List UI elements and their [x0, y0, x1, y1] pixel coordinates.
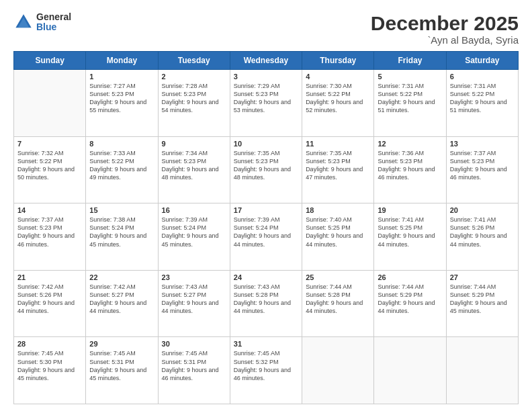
weekday-monday: Monday [86, 52, 158, 70]
day-number: 31 [234, 340, 298, 348]
logo-icon [13, 12, 34, 32]
cell-info: Sunrise: 7:44 AMSunset: 5:28 PMDaylight:… [306, 283, 370, 316]
logo-blue: Blue [36, 22, 71, 32]
calendar-cell [446, 337, 518, 404]
cell-info: Sunrise: 7:27 AMSunset: 5:23 PMDaylight:… [89, 82, 154, 115]
calendar-cell: 18 Sunrise: 7:40 AMSunset: 5:25 PMDaylig… [302, 203, 374, 271]
day-number: 11 [306, 140, 370, 148]
day-number: 25 [306, 273, 370, 281]
weekday-friday: Friday [374, 52, 446, 70]
day-number: 4 [306, 73, 370, 81]
week-row-1: 1 Sunrise: 7:27 AMSunset: 5:23 PMDayligh… [14, 70, 519, 137]
day-number: 26 [378, 273, 442, 281]
day-number: 22 [89, 273, 154, 281]
day-number: 29 [89, 340, 154, 348]
cell-info: Sunrise: 7:42 AMSunset: 5:27 PMDaylight:… [89, 283, 154, 316]
cell-info: Sunrise: 7:39 AMSunset: 5:24 PMDaylight:… [162, 216, 226, 248]
calendar-table: SundayMondayTuesdayWednesdayThursdayFrid… [13, 51, 519, 404]
month-title: December 2025 [371, 12, 519, 34]
calendar-cell: 1 Sunrise: 7:27 AMSunset: 5:23 PMDayligh… [86, 70, 158, 137]
calendar-cell: 13 Sunrise: 7:37 AMSunset: 5:23 PMDaylig… [446, 136, 518, 203]
cell-info: Sunrise: 7:35 AMSunset: 5:23 PMDaylight:… [306, 149, 370, 182]
cell-info: Sunrise: 7:38 AMSunset: 5:24 PMDaylight:… [89, 216, 154, 248]
day-number: 5 [378, 73, 442, 81]
calendar-cell: 31 Sunrise: 7:45 AMSunset: 5:32 PMDaylig… [230, 337, 302, 404]
cell-info: Sunrise: 7:36 AMSunset: 5:23 PMDaylight:… [378, 149, 442, 182]
day-number: 16 [162, 206, 226, 214]
logo-text: General Blue [36, 12, 71, 33]
cell-info: Sunrise: 7:33 AMSunset: 5:22 PMDaylight:… [89, 149, 154, 182]
day-number: 15 [89, 206, 154, 214]
calendar-cell: 17 Sunrise: 7:39 AMSunset: 5:24 PMDaylig… [230, 203, 302, 271]
day-number: 7 [17, 140, 82, 148]
week-row-5: 28 Sunrise: 7:45 AMSunset: 5:30 PMDaylig… [14, 337, 519, 404]
day-number: 18 [306, 206, 370, 214]
day-number: 23 [162, 273, 226, 281]
cell-info: Sunrise: 7:34 AMSunset: 5:23 PMDaylight:… [162, 149, 226, 182]
cell-info: Sunrise: 7:39 AMSunset: 5:24 PMDaylight:… [234, 216, 298, 248]
cell-info: Sunrise: 7:45 AMSunset: 5:31 PMDaylight:… [162, 349, 226, 382]
cell-info: Sunrise: 7:45 AMSunset: 5:31 PMDaylight:… [89, 349, 154, 382]
calendar-cell: 15 Sunrise: 7:38 AMSunset: 5:24 PMDaylig… [86, 203, 158, 271]
weekday-tuesday: Tuesday [158, 52, 230, 70]
day-number: 2 [162, 73, 226, 81]
calendar-cell: 21 Sunrise: 7:42 AMSunset: 5:26 PMDaylig… [14, 270, 86, 337]
calendar-cell: 24 Sunrise: 7:43 AMSunset: 5:28 PMDaylig… [230, 270, 302, 337]
day-number: 27 [450, 273, 515, 281]
calendar-cell: 30 Sunrise: 7:45 AMSunset: 5:31 PMDaylig… [158, 337, 230, 404]
calendar-cell: 22 Sunrise: 7:42 AMSunset: 5:27 PMDaylig… [86, 270, 158, 337]
cell-info: Sunrise: 7:42 AMSunset: 5:26 PMDaylight:… [17, 283, 82, 316]
cell-info: Sunrise: 7:45 AMSunset: 5:32 PMDaylight:… [234, 349, 298, 382]
calendar-cell: 14 Sunrise: 7:37 AMSunset: 5:23 PMDaylig… [14, 203, 86, 271]
logo: General Blue [13, 12, 71, 33]
day-number: 1 [89, 73, 154, 81]
day-number: 3 [234, 73, 298, 81]
cell-info: Sunrise: 7:41 AMSunset: 5:26 PMDaylight:… [450, 216, 515, 248]
day-number: 17 [234, 206, 298, 214]
day-number: 24 [234, 273, 298, 281]
day-number: 9 [162, 140, 226, 148]
calendar-cell: 16 Sunrise: 7:39 AMSunset: 5:24 PMDaylig… [158, 203, 230, 271]
weekday-saturday: Saturday [446, 52, 518, 70]
weekday-thursday: Thursday [302, 52, 374, 70]
day-number: 20 [450, 206, 515, 214]
title-block: December 2025 `Ayn al Bayda, Syria [371, 12, 519, 46]
calendar-cell [374, 337, 446, 404]
cell-info: Sunrise: 7:31 AMSunset: 5:22 PMDaylight:… [450, 82, 515, 115]
calendar-cell: 4 Sunrise: 7:30 AMSunset: 5:22 PMDayligh… [302, 70, 374, 137]
calendar-cell: 19 Sunrise: 7:41 AMSunset: 5:25 PMDaylig… [374, 203, 446, 271]
day-number: 13 [450, 140, 515, 148]
calendar-cell: 20 Sunrise: 7:41 AMSunset: 5:26 PMDaylig… [446, 203, 518, 271]
header: General Blue December 2025 `Ayn al Bayda… [13, 12, 519, 46]
week-row-4: 21 Sunrise: 7:42 AMSunset: 5:26 PMDaylig… [14, 270, 519, 337]
calendar-cell: 28 Sunrise: 7:45 AMSunset: 5:30 PMDaylig… [14, 337, 86, 404]
calendar-cell: 10 Sunrise: 7:35 AMSunset: 5:23 PMDaylig… [230, 136, 302, 203]
weekday-wednesday: Wednesday [230, 52, 302, 70]
calendar-cell: 11 Sunrise: 7:35 AMSunset: 5:23 PMDaylig… [302, 136, 374, 203]
day-number: 12 [378, 140, 442, 148]
day-number: 28 [17, 340, 82, 348]
calendar-cell: 5 Sunrise: 7:31 AMSunset: 5:22 PMDayligh… [374, 70, 446, 137]
weekday-sunday: Sunday [14, 52, 86, 70]
cell-info: Sunrise: 7:45 AMSunset: 5:30 PMDaylight:… [17, 349, 82, 382]
calendar-cell: 7 Sunrise: 7:32 AMSunset: 5:22 PMDayligh… [14, 136, 86, 203]
cell-info: Sunrise: 7:31 AMSunset: 5:22 PMDaylight:… [378, 82, 442, 115]
cell-info: Sunrise: 7:37 AMSunset: 5:23 PMDaylight:… [17, 216, 82, 248]
cell-info: Sunrise: 7:41 AMSunset: 5:25 PMDaylight:… [378, 216, 442, 248]
cell-info: Sunrise: 7:43 AMSunset: 5:28 PMDaylight:… [234, 283, 298, 316]
day-number: 19 [378, 206, 442, 214]
location: `Ayn al Bayda, Syria [371, 34, 519, 46]
calendar-cell: 12 Sunrise: 7:36 AMSunset: 5:23 PMDaylig… [374, 136, 446, 203]
cell-info: Sunrise: 7:28 AMSunset: 5:23 PMDaylight:… [162, 82, 226, 115]
calendar-cell: 2 Sunrise: 7:28 AMSunset: 5:23 PMDayligh… [158, 70, 230, 137]
cell-info: Sunrise: 7:29 AMSunset: 5:23 PMDaylight:… [234, 82, 298, 115]
cell-info: Sunrise: 7:44 AMSunset: 5:29 PMDaylight:… [378, 283, 442, 316]
week-row-3: 14 Sunrise: 7:37 AMSunset: 5:23 PMDaylig… [14, 203, 519, 271]
day-number: 21 [17, 273, 82, 281]
calendar-cell: 25 Sunrise: 7:44 AMSunset: 5:28 PMDaylig… [302, 270, 374, 337]
page: General Blue December 2025 `Ayn al Bayda… [0, 0, 532, 411]
calendar-cell: 27 Sunrise: 7:44 AMSunset: 5:29 PMDaylig… [446, 270, 518, 337]
weekday-header-row: SundayMondayTuesdayWednesdayThursdayFrid… [14, 52, 519, 70]
cell-info: Sunrise: 7:32 AMSunset: 5:22 PMDaylight:… [17, 149, 82, 182]
calendar-cell: 29 Sunrise: 7:45 AMSunset: 5:31 PMDaylig… [86, 337, 158, 404]
